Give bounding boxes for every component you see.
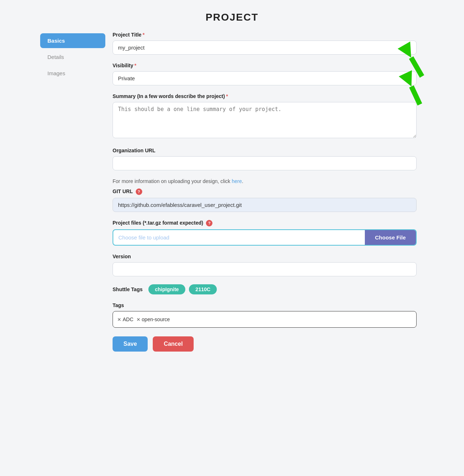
tag-remove-opensource[interactable]: ✕: [136, 317, 140, 322]
here-link[interactable]: here: [232, 178, 242, 184]
git-url-label: GIT URL ?: [113, 188, 417, 195]
summary-field-group: Summary (In a few words describe the pro…: [113, 93, 417, 140]
file-upload-input[interactable]: [113, 230, 365, 245]
project-files-field-group: Project files (*.tar.gz format expected)…: [113, 220, 417, 246]
file-upload-wrapper: Choose File: [113, 229, 417, 246]
visibility-field-group: Visibility* Private Public ⌄: [113, 63, 417, 85]
git-url-help-icon[interactable]: ?: [136, 188, 142, 195]
cancel-button[interactable]: Cancel: [153, 336, 193, 352]
tags-label: Tags: [113, 302, 417, 308]
version-label: Version: [113, 254, 417, 259]
shuttle-tags-label: Shuttle Tags: [113, 286, 143, 292]
shuttle-tags-field-group: Shuttle Tags chipIgnite 2110C: [113, 284, 417, 294]
visibility-select[interactable]: Private Public: [113, 71, 417, 85]
tag-remove-adc[interactable]: ✕: [117, 317, 121, 322]
choose-file-button[interactable]: Choose File: [365, 230, 416, 245]
project-title-input[interactable]: my_project: [113, 41, 417, 55]
visibility-label: Visibility*: [113, 63, 417, 68]
git-url-field-group: GIT URL ? https://github.com/efabless/ca…: [113, 188, 417, 212]
tags-input-wrapper[interactable]: ✕ ADC ✕ open-source: [113, 311, 417, 328]
shuttle-tag-2110c[interactable]: 2110C: [189, 284, 217, 294]
sidebar-item-images[interactable]: Images: [40, 66, 105, 81]
project-title-required: *: [143, 32, 144, 38]
sidebar: Basics Details Images: [40, 32, 105, 366]
summary-textarea[interactable]: [113, 102, 417, 138]
sidebar-item-basics[interactable]: Basics: [40, 33, 105, 48]
visibility-required: *: [134, 63, 136, 68]
shuttle-tag-chipignite[interactable]: chipIgnite: [148, 284, 185, 294]
summary-label: Summary (In a few words describe the pro…: [113, 93, 417, 99]
tag-label-adc: ADC: [123, 316, 134, 322]
visibility-select-wrapper: Private Public ⌄: [113, 71, 417, 85]
tag-label-opensource: open-source: [142, 316, 170, 322]
tag-chip-adc: ✕ ADC: [117, 316, 134, 322]
form-actions: Save Cancel: [113, 336, 417, 352]
sidebar-item-details[interactable]: Details: [40, 50, 105, 64]
org-url-label: Organization URL: [113, 148, 417, 153]
main-content: Project Title* my_project Visibility* Pr…: [105, 32, 424, 366]
project-title-label: Project Title*: [113, 32, 417, 38]
version-input[interactable]: [113, 262, 417, 276]
page-title: PROJECT: [0, 0, 464, 32]
org-url-field-group: Organization URL: [113, 148, 417, 170]
project-title-field-group: Project Title* my_project: [113, 32, 417, 55]
summary-required: *: [226, 93, 228, 99]
project-files-label: Project files (*.tar.gz format expected)…: [113, 220, 417, 226]
tag-chip-opensource: ✕ open-source: [136, 316, 170, 322]
tags-field-group: Tags ✕ ADC ✕ open-source: [113, 302, 417, 328]
save-button[interactable]: Save: [113, 336, 148, 352]
git-url-input[interactable]: https://github.com/efabless/caravel_user…: [113, 198, 417, 212]
info-text: For more information on uploading your d…: [113, 178, 417, 184]
version-field-group: Version: [113, 254, 417, 276]
shuttle-tags-list: chipIgnite 2110C: [148, 284, 217, 294]
project-files-help-icon[interactable]: ?: [206, 220, 212, 226]
org-url-input[interactable]: [113, 156, 417, 170]
